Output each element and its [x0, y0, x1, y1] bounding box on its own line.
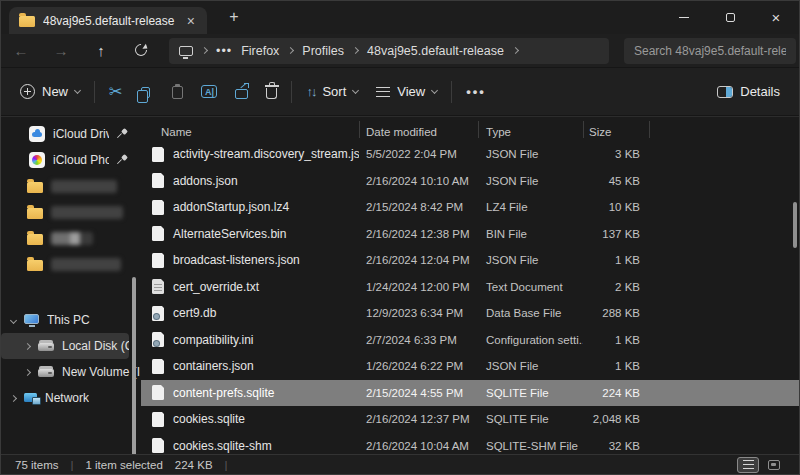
- large-icons-view-toggle[interactable]: [763, 457, 785, 473]
- share-icon: [235, 89, 248, 99]
- file-row[interactable]: containers.json 1/26/2024 6:22 PM JSON F…: [141, 353, 799, 380]
- sidebar-item-this-pc[interactable]: This PC: [1, 307, 141, 333]
- plus-circle-icon: [20, 84, 35, 99]
- chevron-icon: [10, 394, 17, 401]
- file-size: 2,048 KB: [583, 413, 649, 425]
- delete-button[interactable]: [257, 75, 286, 109]
- drive-icon: [38, 343, 54, 351]
- paste-button[interactable]: [163, 75, 192, 109]
- address-bar[interactable]: ••• Firefox Profiles 48vaj9e5.default-re…: [169, 38, 609, 64]
- sidebar-item-folder-4[interactable]: [1, 251, 141, 277]
- minimize-button[interactable]: [661, 1, 707, 34]
- sort-arrows-icon: ↑↓: [306, 84, 315, 99]
- file-name-cell: containers.json: [141, 359, 359, 374]
- folder-icon: [27, 234, 43, 245]
- refresh-button[interactable]: [121, 42, 161, 59]
- sidebar-item-new-volume[interactable]: New Volume (I: [1, 359, 141, 385]
- sidebar-item-label: iCloud Photo: [53, 153, 109, 167]
- share-button[interactable]: [226, 75, 257, 109]
- up-button[interactable]: ↑: [81, 42, 121, 59]
- file-row[interactable]: activity-stream.discovery_stream.json 5/…: [141, 141, 799, 168]
- file-row[interactable]: cert_override.txt 1/24/2024 12:00 PM Tex…: [141, 274, 799, 301]
- status-divider: |: [70, 459, 73, 471]
- file-date-modified: 12/9/2023 6:34 PM: [359, 307, 478, 319]
- file-row[interactable]: cookies.sqlite-shm 2/16/2024 10:04 AM SQ…: [141, 433, 799, 455]
- breadcrumb-current-folder[interactable]: 48vaj9e5.default-release: [367, 44, 504, 58]
- view-button[interactable]: View: [367, 75, 446, 109]
- redacted-label: [51, 206, 123, 219]
- thumbnails-view-icon: [768, 460, 780, 470]
- sidebar-scrollbar[interactable]: [132, 277, 136, 454]
- maximize-button[interactable]: [707, 1, 753, 34]
- rename-button[interactable]: A|: [192, 75, 226, 109]
- breadcrumb-firefox[interactable]: Firefox: [241, 44, 279, 58]
- sidebar-item-local-disk-c[interactable]: Local Disk (C:): [1, 333, 129, 359]
- forward-button[interactable]: →: [41, 42, 81, 59]
- details-pane-button[interactable]: Details: [708, 75, 789, 109]
- file-size: 1 KB: [583, 334, 649, 346]
- sidebar-item-folder-3[interactable]: [1, 225, 141, 251]
- file-name: broadcast-listeners.json: [173, 253, 300, 267]
- sidebar-item-folder-1[interactable]: [1, 173, 141, 199]
- pin-icon: [117, 155, 127, 165]
- file-row[interactable]: AlternateServices.bin 2/16/2024 12:38 PM…: [141, 221, 799, 248]
- column-divider[interactable]: [583, 121, 584, 138]
- file-row[interactable]: cookies.sqlite 2/16/2024 12:37 PM SQLITE…: [141, 406, 799, 433]
- copy-button[interactable]: [131, 75, 163, 109]
- breadcrumb-overflow[interactable]: •••: [216, 44, 232, 58]
- file-type: SQLITE-SHM File: [478, 440, 583, 452]
- cloud-icon: [32, 132, 42, 137]
- sidebar-item-network[interactable]: Network: [1, 385, 141, 411]
- back-button[interactable]: ←: [1, 42, 41, 59]
- more-options-button[interactable]: •••: [457, 75, 495, 109]
- sidebar-item-label: This PC: [47, 313, 90, 327]
- toolbar-divider: [451, 81, 452, 103]
- new-button[interactable]: New: [11, 75, 89, 109]
- folder-icon: [27, 208, 43, 219]
- column-header-size[interactable]: Size: [583, 126, 649, 138]
- network-icon: [24, 393, 37, 402]
- column-header-name[interactable]: Name: [141, 126, 359, 138]
- file-size: 1 KB: [583, 254, 649, 266]
- file-date-modified: 1/24/2024 12:00 PM: [359, 281, 478, 293]
- file-list-scrollbar[interactable]: [793, 202, 797, 248]
- file-row[interactable]: cert9.db 12/9/2023 6:34 PM Data Base Fil…: [141, 300, 799, 327]
- file-type: JSON File: [478, 254, 583, 266]
- file-row[interactable]: compatibility.ini 2/7/2024 6:33 PM Confi…: [141, 327, 799, 354]
- sort-button[interactable]: ↑↓ Sort: [297, 75, 367, 109]
- view-toggles: [737, 457, 785, 473]
- column-header-date-modified[interactable]: Date modified: [359, 126, 478, 138]
- sidebar-item-icloud-photo[interactable]: iCloud Photo: [1, 147, 141, 173]
- file-row[interactable]: addons.json 2/16/2024 10:10 AM JSON File…: [141, 168, 799, 195]
- file-size: 45 KB: [583, 175, 649, 187]
- column-divider[interactable]: [359, 121, 360, 138]
- sidebar-item-icloud-drive[interactable]: iCloud Drive: [1, 121, 141, 147]
- file-name: cert9.db: [173, 306, 216, 320]
- tab-close-icon[interactable]: ×: [185, 14, 197, 28]
- column-divider[interactable]: [478, 121, 479, 138]
- tab-title: 48vaj9e5.default-release: [43, 14, 177, 28]
- file-type: JSON File: [478, 360, 583, 372]
- cut-button[interactable]: ✂: [100, 75, 131, 109]
- file-date-modified: 2/7/2024 6:33 PM: [359, 334, 478, 346]
- search-input[interactable]: [624, 38, 796, 64]
- file-row[interactable]: broadcast-listeners.json 2/16/2024 12:04…: [141, 247, 799, 274]
- file-row[interactable]: addonStartup.json.lz4 2/15/2024 8:42 PM …: [141, 194, 799, 221]
- minimize-icon: [679, 17, 689, 18]
- sidebar-item-folder-2[interactable]: [1, 199, 141, 225]
- column-header-type[interactable]: Type: [478, 126, 583, 138]
- close-button[interactable]: ×: [753, 1, 799, 34]
- new-tab-button[interactable]: +: [223, 8, 245, 26]
- file-name-cell: activity-stream.discovery_stream.json: [141, 147, 359, 162]
- toolbar-divider: [94, 81, 95, 103]
- details-view-toggle[interactable]: [737, 457, 759, 473]
- file-name: cookies.sqlite: [173, 412, 245, 426]
- explorer-tab[interactable]: 48vaj9e5.default-release ×: [9, 7, 207, 34]
- file-icon: [152, 412, 164, 427]
- file-row[interactable]: content-prefs.sqlite 2/15/2024 4:55 PM S…: [141, 380, 799, 407]
- file-icon: [152, 253, 164, 268]
- column-divider[interactable]: [649, 121, 650, 138]
- file-size: 10 KB: [583, 201, 649, 213]
- breadcrumb-profiles[interactable]: Profiles: [302, 44, 344, 58]
- file-size: 224 KB: [583, 387, 649, 399]
